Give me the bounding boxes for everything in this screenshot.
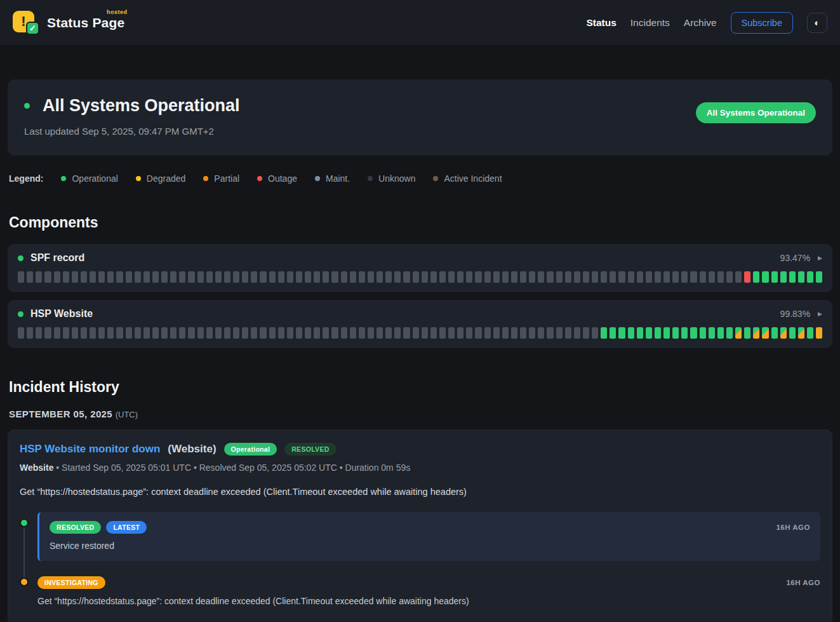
uptime-bar xyxy=(466,271,472,283)
uptime-bar xyxy=(206,327,213,339)
uptime-bar xyxy=(233,271,239,283)
component-header[interactable]: HSP Website99.83%▶ xyxy=(18,308,822,320)
uptime-bar xyxy=(98,327,105,339)
nav-link-status[interactable]: Status xyxy=(586,17,616,29)
uptime-bar xyxy=(331,327,338,339)
uptime-bar xyxy=(152,271,159,283)
update-message: Get “https://hostedstatus.page”: context… xyxy=(37,596,820,606)
uptime-bar xyxy=(18,271,24,283)
uptime-bar xyxy=(672,271,679,283)
uptime-bar xyxy=(520,327,526,339)
uptime-bar xyxy=(789,271,796,283)
uptime-bar xyxy=(81,327,87,339)
legend-dot-operational xyxy=(61,176,66,181)
uptime-bar xyxy=(735,327,742,339)
overall-status-card: All Systems Operational Last updated Sep… xyxy=(8,79,832,156)
legend-item-label: Unknown xyxy=(378,173,415,184)
component-header[interactable]: SPF record93.47%▶ xyxy=(18,252,822,264)
legend-item-outage: Outage xyxy=(257,173,297,184)
uptime-bar xyxy=(753,327,759,339)
uptime-bar xyxy=(672,327,679,339)
uptime-bar xyxy=(359,271,365,283)
overall-status-title: All Systems Operational xyxy=(43,96,240,116)
uptime-bar xyxy=(260,327,266,339)
expand-icon[interactable]: ▶ xyxy=(818,255,822,261)
uptime-bar xyxy=(547,327,553,339)
uptime-bar xyxy=(798,327,804,339)
brand[interactable]: ! ✓ hosted Status Page xyxy=(13,10,124,36)
uptime-bar xyxy=(771,327,778,339)
theme-toggle-button[interactable]: ◐ xyxy=(807,13,827,33)
uptime-bar xyxy=(484,327,491,339)
uptime-bar xyxy=(538,271,544,283)
uptime-bar xyxy=(475,327,481,339)
uptime-bar xyxy=(36,327,42,339)
update-header: RESOLVEDLATEST16H AGO xyxy=(50,521,810,534)
uptime-bar xyxy=(314,271,320,283)
incident-description: Get “https://hostedstatus.page”: context… xyxy=(20,487,820,497)
components-heading: Components xyxy=(9,214,831,231)
timeline-dot xyxy=(20,578,29,586)
uptime-bar xyxy=(709,271,715,283)
uptime-bar xyxy=(394,271,401,283)
expand-icon[interactable]: ▶ xyxy=(818,311,822,317)
brand-title: Status Page xyxy=(47,15,124,30)
uptime-bar xyxy=(242,327,248,339)
uptime-bar xyxy=(601,271,607,283)
nav-link-archive[interactable]: Archive xyxy=(684,17,717,29)
uptime-bar xyxy=(287,327,293,339)
uptime-bar xyxy=(170,327,177,339)
uptime-bar xyxy=(798,271,804,283)
uptime-bar xyxy=(269,271,276,283)
uptime-bar xyxy=(681,271,688,283)
uptime-bar xyxy=(726,327,733,339)
legend-dot-unknown xyxy=(368,176,373,181)
uptime-bar xyxy=(618,327,625,339)
uptime-bar xyxy=(54,327,60,339)
incident-meta-component: Website xyxy=(20,463,53,473)
update-body: INVESTIGATING16H AGOGet “https://hosteds… xyxy=(37,576,820,606)
component-name: HSP Website xyxy=(30,308,93,320)
incident-meta: Website • Started Sep 05, 2025 05:01 UTC… xyxy=(20,463,820,473)
component-title: HSP Website xyxy=(18,308,93,320)
uptime-bar xyxy=(439,327,446,339)
uptime-bar xyxy=(663,271,670,283)
uptime-bar xyxy=(457,327,463,339)
uptime-bar xyxy=(556,327,563,339)
update-message: Service restored xyxy=(50,541,810,551)
uptime-bar xyxy=(143,327,150,339)
uptime-bar xyxy=(655,327,661,339)
nav-link-incidents[interactable]: Incidents xyxy=(630,17,670,29)
uptime-bar xyxy=(215,327,222,339)
uptime-bar xyxy=(422,271,428,283)
uptime-bar xyxy=(744,327,750,339)
uptime-bar xyxy=(610,271,616,283)
uptime-bar xyxy=(807,271,813,283)
uptime-bar xyxy=(717,327,724,339)
uptime-bar xyxy=(583,271,589,283)
uptime-bar xyxy=(493,327,500,339)
uptime-bar xyxy=(807,327,813,339)
legend-item-label: Maint. xyxy=(326,173,350,184)
update-body: RESOLVEDLATEST16H AGOService restored xyxy=(37,512,820,561)
uptime-bar xyxy=(44,271,51,283)
uptime-bar xyxy=(81,271,87,283)
uptime-bar xyxy=(457,271,463,283)
uptime-bar xyxy=(63,327,69,339)
uptime-bar xyxy=(448,327,455,339)
uptime-bar xyxy=(54,271,60,283)
uptime-bar xyxy=(502,327,509,339)
uptime-bar xyxy=(323,327,329,339)
uptime-bar xyxy=(681,327,688,339)
incident-title-link[interactable]: HSP Website monitor down xyxy=(20,443,160,456)
subscribe-button[interactable]: Subscribe xyxy=(731,12,793,34)
uptime-bar xyxy=(368,271,374,283)
uptime-bar xyxy=(116,327,123,339)
incident-component-suffix: (Website) xyxy=(168,443,216,456)
uptime-bar xyxy=(377,327,383,339)
uptime-bar xyxy=(744,271,750,283)
uptime-bar xyxy=(377,271,383,283)
incident-date: SEPTEMBER 05, 2025 xyxy=(9,409,112,419)
legend-item-partial: Partial xyxy=(203,173,239,184)
component-status-dot xyxy=(18,311,23,317)
